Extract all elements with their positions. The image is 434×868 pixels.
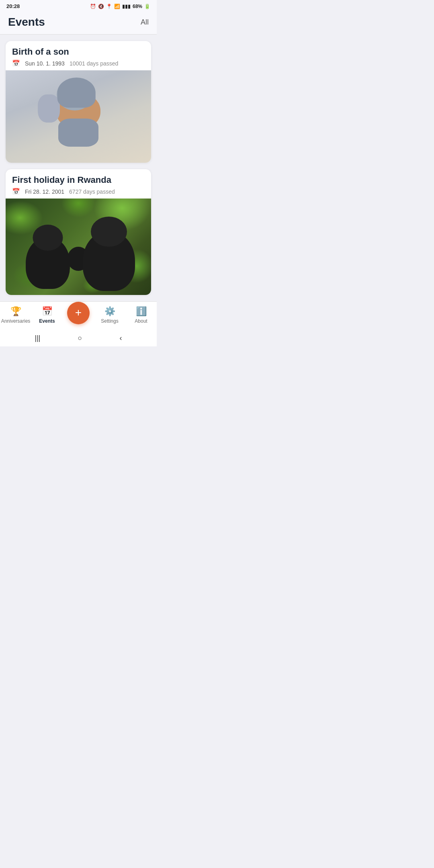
back-button[interactable]: ‹	[119, 334, 122, 342]
calendar-icon-rwanda: 📅	[12, 188, 20, 195]
event-image-rwanda	[6, 199, 151, 295]
event-days-birth-of-son: 10001 days passed	[70, 60, 118, 67]
system-nav: ||| ○ ‹	[0, 331, 157, 346]
plus-icon: +	[75, 307, 82, 318]
info-icon: ℹ️	[136, 306, 147, 317]
battery-level: 68%	[133, 4, 142, 9]
event-date-rwanda: Fri 28. 12. 2001	[25, 188, 64, 195]
nav-settings[interactable]: ⚙️ Settings	[94, 306, 125, 324]
nav-settings-label: Settings	[101, 318, 118, 324]
gorilla-right-shape	[83, 231, 135, 291]
location-icon: 📍	[106, 4, 112, 9]
body-shape	[58, 119, 98, 147]
event-image-birth-of-son	[6, 70, 151, 163]
nav-add[interactable]: +	[63, 306, 94, 324]
event-title-rwanda: First holiday in Rwanda	[12, 175, 145, 185]
mute-icon: 🔇	[98, 4, 104, 9]
signal-icon: ▮▮▮	[122, 4, 131, 9]
event-date-birth-of-son: Sun 10. 1. 1993	[25, 60, 65, 67]
add-button[interactable]: +	[67, 302, 90, 324]
recent-apps-button[interactable]: |||	[35, 334, 41, 342]
top-header: Events All	[0, 12, 157, 34]
time: 20:28	[6, 3, 20, 9]
event-title-birth-of-son: Birth of a son	[12, 47, 145, 57]
status-bar: 20:28 ⏰ 🔇 📍 📶 ▮▮▮ 68% 🔋	[0, 0, 157, 12]
calendar-nav-icon: 📅	[42, 306, 53, 317]
alarm-icon: ⏰	[90, 4, 96, 9]
event-meta-rwanda: 📅 Fri 28. 12. 2001 6727 days passed	[12, 188, 145, 195]
nav-events[interactable]: 📅 Events	[31, 306, 63, 324]
wifi-icon: 📶	[114, 4, 120, 9]
events-list: Birth of a son 📅 Sun 10. 1. 1993 10001 d…	[0, 35, 157, 301]
all-filter-button[interactable]: All	[141, 18, 149, 27]
battery-icon: 🔋	[144, 4, 150, 9]
event-meta-birth-of-son: 📅 Sun 10. 1. 1993 10001 days passed	[12, 59, 145, 67]
event-card-rwanda[interactable]: First holiday in Rwanda 📅 Fri 28. 12. 20…	[6, 169, 151, 295]
hat-shape	[57, 78, 96, 108]
status-icons: ⏰ 🔇 📍 📶 ▮▮▮ 68% 🔋	[90, 4, 150, 9]
nav-about[interactable]: ℹ️ About	[125, 306, 157, 324]
event-card-birth-of-son[interactable]: Birth of a son 📅 Sun 10. 1. 1993 10001 d…	[6, 41, 151, 163]
gear-icon: ⚙️	[104, 306, 115, 317]
event-days-rwanda: 6727 days passed	[69, 188, 115, 195]
bunny-shape	[38, 94, 60, 123]
nav-anniversaries-label: Anniversaries	[1, 318, 31, 324]
page-title: Events	[8, 16, 45, 29]
home-button[interactable]: ○	[78, 334, 82, 342]
bottom-nav: 🏆 Anniversaries 📅 Events + ⚙️ Settings ℹ…	[0, 301, 157, 331]
event-card-rwanda-header: First holiday in Rwanda 📅 Fri 28. 12. 20…	[6, 169, 151, 199]
trophy-icon: 🏆	[10, 306, 21, 317]
nav-anniversaries[interactable]: 🏆 Anniversaries	[0, 306, 31, 324]
calendar-icon-birth-of-son: 📅	[12, 59, 20, 67]
nav-about-label: About	[135, 318, 147, 324]
nav-events-label: Events	[39, 318, 55, 324]
gorilla-left-shape	[26, 237, 70, 289]
event-card-birth-of-son-header: Birth of a son 📅 Sun 10. 1. 1993 10001 d…	[6, 41, 151, 70]
